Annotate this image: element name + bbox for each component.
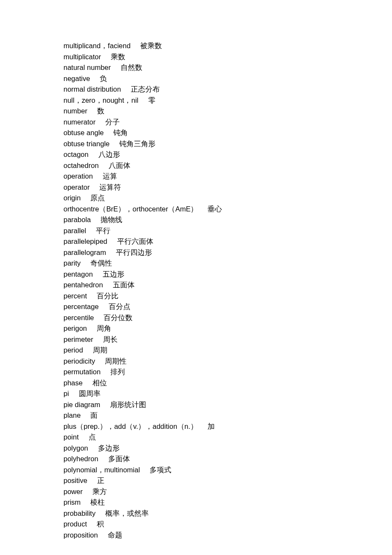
- definition-text: 扇形统计图: [110, 401, 146, 409]
- definition-text: 多面体: [108, 455, 130, 463]
- glossary-entry: percent 百分比: [63, 291, 328, 302]
- glossary-entry: parabola 抛物线: [63, 214, 328, 225]
- glossary-entry: periodicity 周期性: [63, 356, 328, 367]
- definition-text: 点: [89, 433, 96, 441]
- glossary-entry: proposition 命题: [63, 530, 328, 541]
- glossary-entry: multiplicator 乘数: [63, 52, 328, 63]
- term-text: prism: [63, 498, 81, 506]
- glossary-entry: polygon 多边形: [63, 443, 328, 454]
- definition-text: 概率，或然率: [105, 509, 149, 517]
- term-text: positive: [63, 477, 87, 484]
- term-text: point: [63, 433, 79, 441]
- term-text: percentage: [63, 303, 99, 310]
- glossary-entry: orthocentre（BrE），orthocenter（AmE） 垂心: [63, 204, 328, 215]
- term-text: plus（prep.），add（v.），addition（n.）: [63, 422, 198, 430]
- term-text: pentagon: [63, 270, 93, 278]
- definition-text: 零: [148, 96, 156, 104]
- term-text: parallelogram: [63, 249, 106, 256]
- definition-text: 抛物线: [101, 216, 122, 224]
- definition-text: 分子: [105, 118, 120, 126]
- glossary-entry: parallelepiped 平行六面体: [63, 236, 328, 247]
- glossary-entry: multiplicand，faciend 被乘数: [63, 40, 328, 52]
- term-text: obtuse triangle: [63, 140, 110, 147]
- definition-text: 排列: [110, 368, 125, 376]
- definition-text: 负: [100, 75, 107, 83]
- glossary-entry: period 周期: [63, 345, 328, 356]
- glossary-entry: parallelogram 平行四边形: [63, 247, 328, 258]
- definition-text: 平行六面体: [117, 237, 153, 246]
- term-text: natural number: [63, 64, 111, 71]
- glossary-entry: pentahedron 五面体: [63, 280, 328, 291]
- glossary-entry: permutation 排列: [63, 367, 328, 378]
- glossary-entry: probability 概率，或然率: [63, 508, 328, 519]
- glossary-entry: polyhedron 多面体: [63, 454, 328, 465]
- glossary-list: multiplicand，faciend 被乘数multiplicator 乘数…: [63, 40, 328, 541]
- definition-text: 平行: [96, 227, 110, 235]
- glossary-entry: operation 运算: [63, 171, 328, 182]
- glossary-entry: pie diagram 扇形统计图: [63, 399, 328, 410]
- glossary-entry: number 数: [63, 106, 328, 117]
- glossary-entry: obtuse angle 钝角: [63, 127, 328, 139]
- definition-text: 八边形: [98, 150, 120, 159]
- definition-text: 命题: [108, 531, 122, 539]
- definition-text: 棱柱: [90, 498, 105, 506]
- term-text: parallel: [63, 227, 86, 234]
- term-text: period: [63, 346, 83, 354]
- glossary-entry: octagon 八边形: [63, 149, 328, 160]
- definition-text: 圆周率: [79, 390, 101, 398]
- term-text: perimeter: [63, 335, 93, 343]
- term-text: parity: [63, 259, 81, 267]
- term-text: permutation: [63, 368, 101, 376]
- term-text: orthocentre（BrE），orthocenter（AmE）: [63, 205, 198, 213]
- glossary-entry: natural number 自然数: [63, 62, 328, 73]
- glossary-entry: perigon 周角: [63, 323, 328, 334]
- glossary-entry: percentile 百分位数: [63, 312, 328, 324]
- definition-text: 周期: [93, 346, 107, 354]
- definition-text: 乘方: [92, 488, 107, 496]
- glossary-entry: product 积: [63, 519, 328, 530]
- glossary-entry: phase 相位: [63, 378, 328, 389]
- definition-text: 百分比: [97, 292, 118, 300]
- term-text: origin: [63, 194, 81, 202]
- glossary-entry: point 点: [63, 432, 328, 443]
- definition-text: 奇偶性: [90, 259, 112, 267]
- definition-text: 垂心: [208, 205, 222, 213]
- term-text: probability: [63, 509, 95, 517]
- glossary-entry: normal distribution 正态分布: [63, 84, 328, 95]
- definition-text: 相位: [92, 379, 107, 387]
- glossary-entry: obtuse triangle 钝角三角形: [63, 139, 328, 150]
- term-text: polyhedron: [63, 455, 98, 462]
- term-text: phase: [63, 379, 83, 387]
- definition-text: 积: [97, 520, 104, 528]
- term-text: null，zero，nought，nil: [63, 96, 138, 104]
- glossary-entry: plus（prep.），add（v.），addition（n.） 加: [63, 421, 328, 432]
- definition-text: 数: [97, 107, 104, 115]
- term-text: normal distribution: [63, 85, 121, 93]
- definition-text: 自然数: [121, 64, 142, 72]
- term-text: polynomial，multinomial: [63, 466, 140, 474]
- glossary-entry: null，zero，nought，nil 零: [63, 95, 328, 106]
- term-text: percent: [63, 292, 87, 300]
- term-text: parabola: [63, 216, 91, 223]
- glossary-entry: plane 面: [63, 410, 328, 421]
- glossary-entry: power 乘方: [63, 486, 328, 497]
- glossary-entry: perimeter 周长: [63, 334, 328, 345]
- term-text: perigon: [63, 324, 87, 332]
- glossary-entry: numerator 分子: [63, 117, 328, 128]
- term-text: plane: [63, 411, 81, 419]
- term-text: numerator: [63, 118, 95, 126]
- definition-text: 平行四边形: [116, 249, 152, 257]
- term-text: pentahedron: [63, 281, 103, 289]
- document-page: multiplicand，faciend 被乘数multiplicator 乘数…: [0, 0, 328, 541]
- glossary-entry: polynomial，multinomial 多项式: [63, 465, 328, 476]
- definition-text: 多项式: [150, 466, 171, 474]
- term-text: obtuse angle: [63, 129, 104, 136]
- term-text: periodicity: [63, 357, 95, 365]
- definition-text: 五面体: [113, 281, 135, 289]
- glossary-entry: parity 奇偶性: [63, 258, 328, 269]
- term-text: negative: [63, 75, 90, 82]
- glossary-entry: pi 圆周率: [63, 388, 328, 399]
- term-text: pi: [63, 390, 69, 397]
- glossary-entry: prism 棱柱: [63, 497, 328, 508]
- definition-text: 周期性: [105, 357, 127, 365]
